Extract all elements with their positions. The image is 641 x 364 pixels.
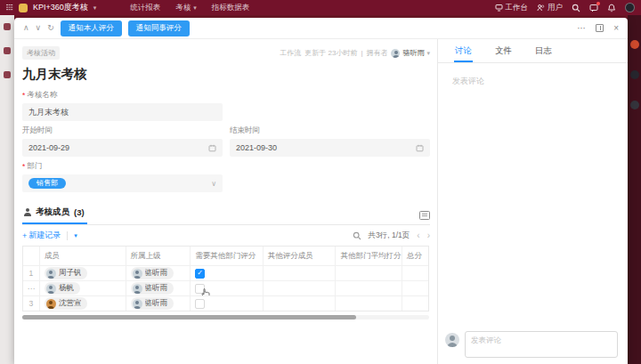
card-view-icon[interactable] [419,211,430,224]
member-name: 周子钒 [59,268,82,279]
flow-label: 工作流 [280,48,301,58]
tab-discussion[interactable]: 讨论 [454,45,473,62]
refresh-icon[interactable]: ↻ [47,24,54,32]
member-chip[interactable]: 沈营宣 [45,297,88,310]
app-title-caret-icon[interactable]: ▾ [93,4,97,12]
table-horizontal-scrollbar[interactable] [22,315,429,320]
scrollbar-thumb[interactable] [22,315,356,320]
required-asterisk: * [22,162,25,171]
top-navbar: KPI+360度考核 ▾ 统计报表 考核▾ 指标数据表 工作台 用户 [0,0,641,15]
member-avatar [46,284,56,294]
notify-self-button[interactable]: 通知本人评分 [61,20,122,36]
members-tab[interactable]: 考核成员 (3) [22,206,87,224]
assessment-name-field[interactable]: 九月末考核 [22,103,223,121]
bell-icon[interactable] [607,4,616,12]
bg-app-icon [4,23,11,30]
workbench-icon [495,4,503,12]
end-date-field[interactable]: 2021-09-30 [230,139,430,157]
assessment-name-value: 九月末考核 [28,107,216,118]
other-dept-avg-cell [335,281,402,295]
current-user-avatar [445,333,459,347]
prev-page-icon[interactable]: ‹ [417,231,419,240]
start-date-field[interactable]: 2021-09-29 [22,139,223,157]
other-dept-avg-cell [335,296,402,311]
calendar-icon [416,144,424,152]
bg-app-icon [4,71,11,78]
supervisor-name: 骆听雨 [145,283,168,294]
other-raters-cell[interactable] [263,281,336,295]
other-raters-cell[interactable] [263,296,336,311]
new-record-button[interactable]: + 新建记录 [22,230,61,241]
supervisor-chip[interactable]: 骆听雨 [131,282,174,295]
member-chip[interactable]: 周子钒 [45,267,88,279]
col-header-other-dept-avg: 其他部门平均打分 [335,247,402,265]
menu-item-indicator-table[interactable]: 指标数据表 [212,3,250,13]
messages-icon[interactable] [589,4,598,12]
check-icon: ✓ [197,270,203,277]
pagination-text: 共3行, 1/1页 [369,231,410,241]
members-title: 考核成员 [36,206,69,218]
supervisor-chip[interactable]: 骆听雨 [131,267,174,279]
expand-panel-icon[interactable] [596,24,604,32]
department-select[interactable]: 销售部 ∨ [22,174,223,192]
table-search-icon[interactable] [353,231,361,240]
total-cell [402,281,428,295]
users-icon [537,4,545,12]
modal-toolbar-right: ⋯ × [577,24,619,33]
member-chip[interactable]: 杨帆 [45,282,80,295]
row-number: 1 [23,266,39,280]
table-row[interactable]: ⋯ 杨帆 骆听雨 [23,280,428,295]
col-header-needs-other-dept: 需要其他部门评分 [190,247,263,265]
form-type-tag: 考核活动 [22,46,60,60]
comment-input[interactable] [465,331,618,358]
topbar-right: 工作台 用户 [495,3,636,13]
user-avatar[interactable] [625,3,635,12]
cursor-pointer-icon [201,288,210,296]
prev-record-icon[interactable]: ∧ [23,24,29,32]
owner-chip[interactable]: 骆听雨 ▾ [391,48,430,58]
record-detail-modal: ∧ ∨ ↻ 通知本人评分 通知同事评分 ⋯ × 考核活动 工作流 更新于 23小… [14,18,628,364]
menu-item-stats[interactable]: 统计报表 [130,3,160,13]
needs-other-dept-checkbox[interactable] [195,299,205,309]
row-more-actions[interactable]: ⋯ [23,281,39,295]
menu-item-assessment[interactable]: 考核▾ [175,3,197,13]
modal-toolbar: ∧ ∨ ↻ 通知本人评分 通知同事评分 ⋯ × [14,18,628,39]
start-date-value: 2021-09-29 [28,143,205,152]
owner-avatar [391,49,400,58]
chevron-down-icon: ∨ [211,180,216,188]
side-panel-tabs: 讨论 文件 日志 [438,39,628,63]
more-actions-icon[interactable]: ⋯ [577,24,586,33]
table-row[interactable]: 3 沈营宣 骆听雨 [23,295,428,311]
supervisor-name: 骆听雨 [145,298,168,309]
other-dept-avg-cell [335,266,402,280]
tab-log[interactable]: 日志 [534,45,553,62]
field-label-end: 结束时间 [230,125,430,136]
table-header-row: 成员 所属上级 需要其他部门评分 其他评分成员 其他部门平均打分 总分 [23,247,428,265]
supervisor-chip[interactable]: 骆听雨 [131,297,174,310]
workbench-link[interactable]: 工作台 [495,3,529,13]
department-tag[interactable]: 销售部 [28,178,66,189]
end-date-value: 2021-09-30 [236,143,412,152]
table-row[interactable]: 1 周子钒 骆听雨 ✓ [23,265,428,280]
record-meta: 工作流 更新于 23小时前 | 拥有者 骆听雨 ▾ [280,48,430,58]
notify-colleagues-button[interactable]: 通知同事评分 [128,20,190,36]
divider [67,231,68,240]
total-cell [402,296,428,311]
tab-files[interactable]: 文件 [494,45,513,62]
new-record-dropdown-icon[interactable]: ▾ [74,232,77,239]
apps-grid-icon[interactable] [6,4,13,12]
table-tools: 共3行, 1/1页 ‹ › [353,231,430,241]
col-header-member: 成员 [39,247,126,265]
search-icon[interactable] [572,4,580,12]
needs-other-dept-checkbox[interactable]: ✓ [195,269,205,279]
next-record-icon[interactable]: ∨ [36,24,42,32]
users-link[interactable]: 用户 [537,3,563,13]
close-icon[interactable]: × [613,24,619,33]
app-title[interactable]: KPI+360度考核 [33,2,88,13]
member-name: 杨帆 [59,283,74,294]
other-raters-cell[interactable] [263,266,336,280]
bg-avatar [630,101,639,109]
next-page-icon[interactable]: › [427,231,430,240]
supervisor-avatar [133,299,142,309]
bg-app-icon [4,47,11,54]
